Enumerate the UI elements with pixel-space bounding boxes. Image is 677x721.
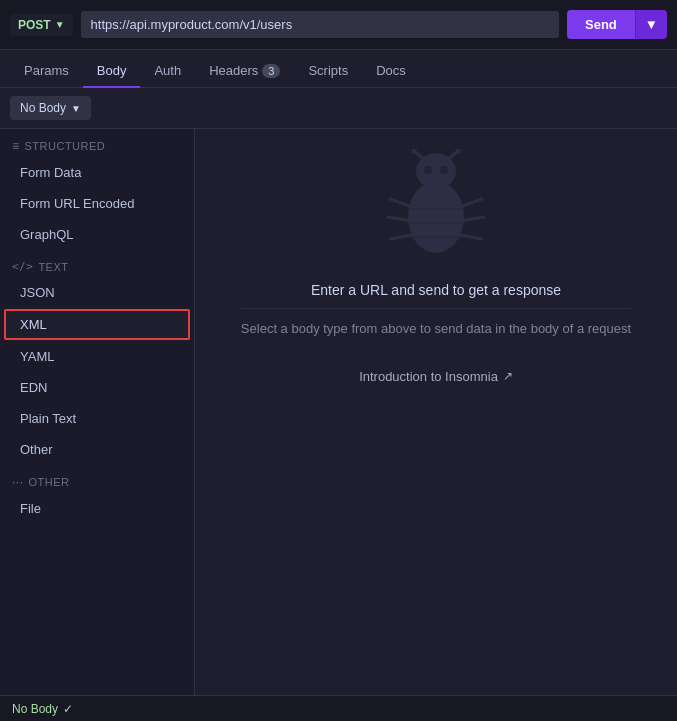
- bottom-bar: No Body ✓: [0, 695, 677, 721]
- tab-params[interactable]: Params: [10, 55, 83, 88]
- method-arrow-icon: ▼: [55, 19, 65, 30]
- sidebar-item-form-url-encoded[interactable]: Form URL Encoded: [0, 188, 194, 219]
- main-content: ≡ STRUCTURED Form Data Form URL Encoded …: [0, 129, 677, 721]
- send-button-group: Send ▼: [567, 10, 667, 39]
- main-divider: [241, 308, 631, 309]
- sidebar-item-edn[interactable]: EDN: [0, 372, 194, 403]
- structured-icon: ≡: [12, 139, 20, 153]
- no-body-status: No Body ✓: [12, 702, 73, 716]
- headers-badge: 3: [262, 64, 280, 78]
- url-input[interactable]: [81, 11, 559, 38]
- intro-link[interactable]: Introduction to Insomnia ↗: [359, 369, 513, 384]
- tabs-row: Params Body Auth Headers3 Scripts Docs: [0, 50, 677, 88]
- structured-section-label: ≡ STRUCTURED: [0, 129, 194, 157]
- tab-scripts[interactable]: Scripts: [294, 55, 362, 88]
- text-icon: </>: [12, 260, 33, 273]
- other-icon: ···: [12, 475, 24, 489]
- no-body-label: No Body: [12, 702, 58, 716]
- method-label: POST: [18, 18, 51, 32]
- body-type-label: No Body: [20, 101, 66, 115]
- svg-line-13: [461, 217, 484, 221]
- intro-link-label: Introduction to Insomnia: [359, 369, 498, 384]
- sidebar-item-yaml[interactable]: YAML: [0, 341, 194, 372]
- text-section-label: </> TEXT: [0, 250, 194, 277]
- svg-line-14: [460, 235, 482, 239]
- body-type-row: No Body ▼: [0, 88, 677, 129]
- top-bar: POST ▼ Send ▼: [0, 0, 677, 50]
- method-selector[interactable]: POST ▼: [10, 14, 73, 36]
- main-title: Enter a URL and send to get a response: [241, 282, 631, 298]
- checkmark-icon: ✓: [63, 702, 73, 716]
- svg-point-5: [408, 181, 464, 253]
- sidebar-item-graphql[interactable]: GraphQL: [0, 219, 194, 250]
- sidebar-item-xml[interactable]: XML: [4, 309, 190, 340]
- sidebar-item-form-data[interactable]: Form Data: [0, 157, 194, 188]
- tab-body[interactable]: Body: [83, 55, 141, 88]
- svg-line-9: [390, 199, 412, 207]
- svg-point-16: [440, 166, 448, 174]
- sidebar-item-json[interactable]: JSON: [0, 277, 194, 308]
- sidebar: ≡ STRUCTURED Form Data Form URL Encoded …: [0, 129, 195, 721]
- svg-line-11: [390, 235, 412, 239]
- main-panel: Enter a URL and send to get a response S…: [195, 129, 677, 721]
- body-type-caret-icon: ▼: [71, 103, 81, 114]
- sidebar-item-other[interactable]: Other: [0, 434, 194, 465]
- main-text-block: Enter a URL and send to get a response S…: [211, 282, 661, 339]
- external-link-icon: ↗: [503, 369, 513, 383]
- tab-headers[interactable]: Headers3: [195, 55, 294, 88]
- svg-point-15: [424, 166, 432, 174]
- send-button[interactable]: Send: [567, 10, 635, 39]
- sidebar-item-file[interactable]: File: [0, 493, 194, 524]
- svg-line-12: [460, 199, 482, 207]
- main-subtitle: Select a body type from above to send da…: [241, 319, 631, 339]
- other-section-label: ··· OTHER: [0, 465, 194, 493]
- body-type-selector[interactable]: No Body ▼: [10, 96, 91, 120]
- svg-line-10: [388, 217, 411, 221]
- tab-auth[interactable]: Auth: [140, 55, 195, 88]
- tab-docs[interactable]: Docs: [362, 55, 420, 88]
- sidebar-item-plain-text[interactable]: Plain Text: [0, 403, 194, 434]
- send-dropdown-button[interactable]: ▼: [635, 10, 667, 39]
- bug-icon: [376, 149, 496, 262]
- send-dropdown-icon: ▼: [645, 17, 658, 32]
